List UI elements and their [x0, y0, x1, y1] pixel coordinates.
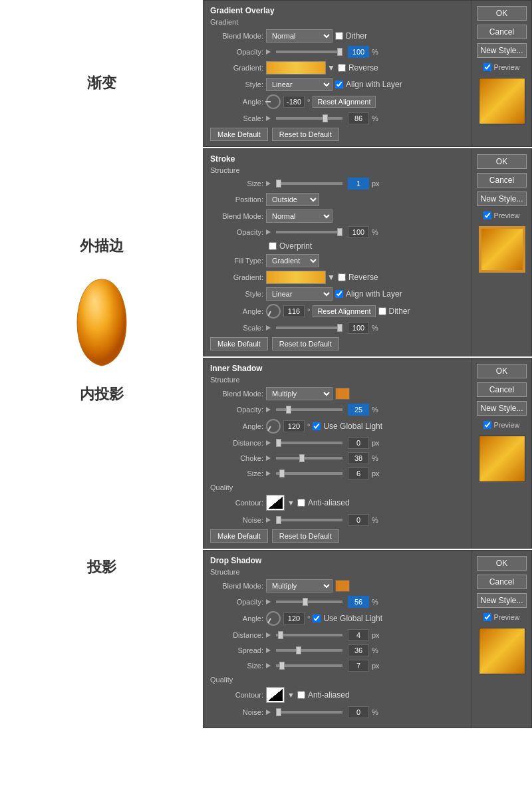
ok-btn-go[interactable]: OK: [477, 6, 527, 21]
cancel-btn-ds[interactable]: Cancel: [477, 575, 527, 589]
style-select-go[interactable]: Linear: [266, 78, 332, 91]
noise-slider-ds[interactable]: [276, 711, 342, 714]
blend-mode-select-st[interactable]: Normal: [266, 209, 332, 223]
size-slider-ds[interactable]: [276, 664, 342, 667]
overprint-checkbox-st[interactable]: [269, 242, 277, 250]
cancel-btn-go[interactable]: Cancel: [477, 25, 527, 39]
reset-default-btn-go[interactable]: Reset to Default: [272, 128, 339, 141]
make-default-btn-go[interactable]: Make Default: [210, 128, 268, 141]
contour-dropdown-is[interactable]: ▼: [287, 499, 295, 507]
distance-slider-ds[interactable]: [276, 634, 342, 636]
spread-input-ds[interactable]: [348, 644, 369, 656]
contour-box-ds[interactable]: [266, 687, 285, 703]
reverse-checkbox-go[interactable]: [338, 64, 346, 72]
shadow-color-swatch-ds[interactable]: [335, 580, 350, 592]
size-slider-is[interactable]: [276, 472, 342, 475]
ok-btn-is[interactable]: OK: [477, 364, 527, 378]
cancel-btn-is[interactable]: Cancel: [477, 382, 527, 397]
noise-input-is[interactable]: [348, 514, 369, 526]
new-style-btn-go[interactable]: New Style...: [477, 43, 527, 58]
fill-type-select-st[interactable]: Gradient: [266, 254, 319, 267]
dither-checkbox-go[interactable]: [335, 32, 343, 40]
reset-alignment-btn-st[interactable]: Reset Alignment: [313, 305, 375, 317]
opacity-input-is[interactable]: [348, 404, 369, 416]
style-select-st[interactable]: Linear: [266, 287, 332, 301]
noise-slider-left-ds[interactable]: [266, 710, 271, 715]
distance-slider-left-ds[interactable]: [266, 632, 271, 638]
gradient-dropdown-st[interactable]: ▼: [327, 273, 335, 282]
contour-dropdown-ds[interactable]: ▼: [287, 691, 295, 699]
preview-checkbox-ds[interactable]: [483, 613, 491, 621]
shadow-color-swatch-is[interactable]: [335, 388, 350, 400]
gradient-bar-go[interactable]: [266, 61, 326, 74]
dither-checkbox-st[interactable]: [378, 307, 386, 315]
angle-input-ds[interactable]: [283, 612, 305, 624]
angle-input-is[interactable]: [283, 420, 305, 432]
blend-mode-select-is[interactable]: Multiply: [266, 387, 332, 400]
choke-slider-left-is[interactable]: [266, 456, 271, 461]
opacity-slider-left-ds[interactable]: [266, 599, 271, 604]
anti-aliased-checkbox-is[interactable]: [297, 499, 305, 507]
align-layer-checkbox-go[interactable]: [335, 80, 343, 88]
scale-slider-left-go[interactable]: [266, 116, 271, 121]
preview-checkbox-go[interactable]: [483, 63, 491, 71]
opacity-slider-left-is[interactable]: [266, 407, 271, 412]
scale-slider-st[interactable]: [276, 327, 342, 329]
angle-input-go[interactable]: [283, 96, 305, 108]
gradient-bar-st[interactable]: [266, 271, 326, 284]
angle-dial-ds[interactable]: [266, 611, 281, 626]
choke-input-is[interactable]: [348, 452, 369, 464]
opacity-input-ds[interactable]: [348, 596, 369, 608]
opacity-slider-left-go[interactable]: [266, 49, 271, 55]
size-input-is[interactable]: [348, 468, 369, 479]
angle-dial-go[interactable]: [266, 94, 281, 109]
opacity-slider-is[interactable]: [276, 408, 342, 411]
spread-slider-left-ds[interactable]: [266, 648, 271, 653]
opacity-input-st[interactable]: [348, 226, 369, 238]
preview-checkbox-is[interactable]: [483, 421, 491, 429]
position-select-st[interactable]: Outside: [266, 193, 319, 206]
blend-mode-select-ds[interactable]: Multiply: [266, 579, 332, 593]
blend-mode-select-go[interactable]: Normal: [266, 29, 332, 43]
distance-slider-is[interactable]: [276, 442, 342, 444]
angle-dial-is[interactable]: [266, 419, 281, 434]
distance-input-ds[interactable]: [348, 629, 369, 641]
new-style-btn-st[interactable]: New Style...: [477, 192, 527, 206]
opacity-slider-ds[interactable]: [276, 601, 342, 603]
anti-aliased-checkbox-ds[interactable]: [297, 691, 305, 699]
ok-btn-ds[interactable]: OK: [477, 556, 527, 571]
reset-alignment-btn-go[interactable]: Reset Alignment: [313, 96, 375, 108]
opacity-input-go[interactable]: [348, 46, 369, 58]
size-slider-st[interactable]: [276, 182, 342, 185]
opacity-slider-go[interactable]: [276, 51, 342, 53]
opacity-slider-st[interactable]: [276, 231, 342, 233]
size-slider-left-ds[interactable]: [266, 663, 271, 668]
size-input-ds[interactable]: [348, 660, 369, 672]
noise-input-ds[interactable]: [348, 706, 369, 718]
scale-input-st[interactable]: [348, 322, 369, 334]
reverse-checkbox-st[interactable]: [338, 273, 346, 281]
size-slider-left-st[interactable]: [266, 181, 271, 186]
new-style-btn-ds[interactable]: New Style...: [477, 593, 527, 608]
distance-input-is[interactable]: [348, 437, 369, 449]
new-style-btn-is[interactable]: New Style...: [477, 401, 527, 416]
global-light-checkbox-ds[interactable]: [313, 614, 321, 622]
reset-default-btn-is[interactable]: Reset to Default: [272, 529, 339, 543]
align-layer-checkbox-st[interactable]: [335, 290, 343, 298]
angle-dial-st[interactable]: [266, 304, 281, 319]
reset-default-btn-st[interactable]: Reset to Default: [272, 337, 339, 350]
preview-checkbox-st[interactable]: [483, 211, 491, 219]
choke-slider-is[interactable]: [276, 457, 342, 460]
cancel-btn-st[interactable]: Cancel: [477, 173, 527, 188]
gradient-dropdown-go[interactable]: ▼: [327, 63, 335, 72]
scale-slider-left-st[interactable]: [266, 325, 271, 331]
size-input-st[interactable]: [348, 178, 369, 190]
scale-slider-go[interactable]: [276, 117, 342, 120]
scale-input-go[interactable]: [348, 112, 369, 124]
contour-box-is[interactable]: [266, 495, 285, 511]
noise-slider-left-is[interactable]: [266, 517, 271, 523]
global-light-checkbox-is[interactable]: [313, 422, 321, 430]
ok-btn-st[interactable]: OK: [477, 154, 527, 169]
make-default-btn-st[interactable]: Make Default: [210, 337, 268, 350]
spread-slider-ds[interactable]: [276, 649, 342, 652]
